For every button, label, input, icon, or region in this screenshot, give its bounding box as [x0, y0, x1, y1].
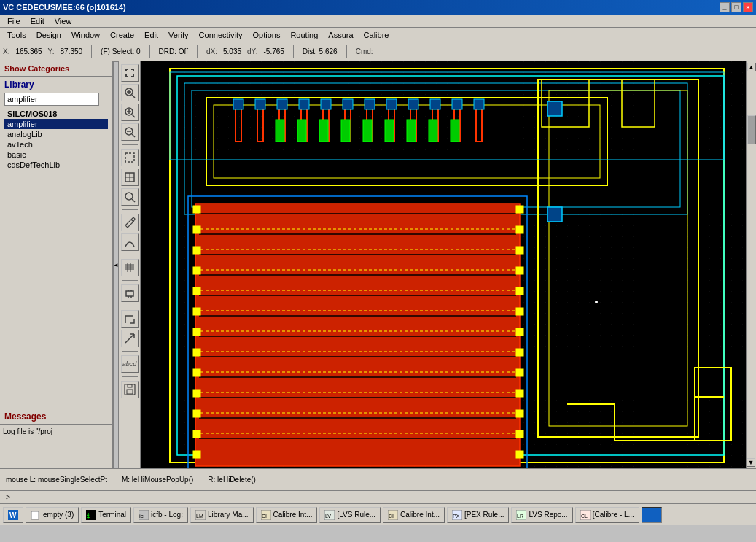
tool-pan-button[interactable] [121, 169, 139, 186]
taskbar-pex-rule[interactable]: PX [PEX Rule... [447, 507, 509, 523]
svg-rect-101 [193, 287, 200, 295]
menu-options[interactable]: Options [249, 29, 285, 41]
menu-routing[interactable]: Routing [286, 29, 322, 41]
menu-edit2[interactable]: Edit [140, 29, 163, 41]
taskbar-calibre-int2[interactable]: CI Calibre Int... [383, 507, 445, 523]
svg-rect-28 [127, 390, 133, 394]
tool-zoom-out-button[interactable] [121, 123, 139, 141]
tool-save-button[interactable] [121, 381, 139, 398]
svg-rect-68 [408, 99, 418, 109]
menu-calibre[interactable]: Calibre [359, 29, 394, 41]
svg-rect-57 [407, 120, 416, 142]
menu-create[interactable]: Create [106, 29, 139, 41]
svg-rect-117 [516, 349, 523, 356]
taskbar-active[interactable] [642, 507, 662, 523]
tool-zoom-fit-button[interactable] [121, 84, 139, 101]
side-tool-sep-2 [122, 209, 138, 210]
pcb-canvas [141, 61, 756, 468]
tool-pencil-button[interactable] [121, 214, 139, 231]
taskbar-icfb[interactable]: ic icfb - Log: [133, 507, 188, 523]
tool-corner-button[interactable] [121, 310, 139, 328]
side-tool-sep-6 [122, 351, 138, 352]
svg-rect-65 [343, 99, 353, 109]
svg-rect-106 [193, 390, 200, 397]
svg-rect-98 [193, 226, 200, 233]
svg-line-5 [132, 115, 135, 117]
menu-edit[interactable]: Edit [26, 15, 49, 27]
svg-line-9 [132, 134, 135, 137]
menu-file[interactable]: File [3, 15, 25, 27]
svg-text:LV: LV [325, 514, 331, 519]
panel-collapse-handle[interactable]: ◄ [113, 61, 119, 468]
taskbar-start[interactable]: W [3, 507, 23, 523]
svg-rect-64 [321, 99, 331, 109]
tool-arc-button[interactable] [121, 233, 139, 251]
menu-design[interactable]: Design [32, 29, 66, 41]
menu-bar: File Edit View [0, 15, 756, 28]
menu-view[interactable]: View [50, 15, 77, 27]
lib-item-basic[interactable]: basic [4, 150, 108, 160]
tool-text-button[interactable]: abcd [121, 355, 139, 373]
dx-label: dX: [206, 47, 217, 55]
cmd-label: Cmd: [356, 47, 373, 55]
svg-text:LM: LM [196, 514, 203, 519]
menu-bar-2: Tools Design Window Create Edit Verify C… [0, 28, 756, 42]
taskbar-calibre-int[interactable]: CI Calibre Int... [256, 507, 318, 523]
tool-fit-button[interactable] [121, 64, 139, 82]
tool-zoom-rect-button[interactable] [121, 188, 139, 206]
title-text: VC CEDECUSMEE:66 (o|101614) [3, 3, 126, 12]
minimize-button[interactable]: _ [720, 2, 730, 12]
lib-item-cdsdef[interactable]: cdsDefTechLib [4, 160, 108, 170]
top-toolbar: X: 165.365 Y: 87.350 (F) Select: 0 DRD: … [0, 42, 756, 61]
tool-select-button[interactable] [121, 149, 139, 166]
svg-rect-52 [297, 120, 306, 142]
svg-rect-51 [276, 120, 284, 142]
lib-item-avtech[interactable]: avTech [4, 139, 108, 150]
taskbar-libman[interactable]: LM Library Ma... [190, 507, 254, 523]
menu-window[interactable]: Window [67, 29, 104, 41]
show-categories-button[interactable]: Show Categories [0, 61, 112, 77]
side-tool-sep-5 [122, 306, 138, 306]
menu-tools[interactable]: Tools [3, 29, 31, 41]
close-button[interactable]: × [743, 2, 753, 12]
svg-rect-100 [193, 267, 200, 274]
taskbar-lvs-repo[interactable]: LR LVS Repo... [511, 507, 572, 523]
taskbar-calibre-l[interactable]: CL [Calibre - L... [575, 507, 639, 523]
svg-rect-134 [31, 511, 39, 519]
menu-verify[interactable]: Verify [164, 29, 193, 41]
svg-rect-109 [193, 451, 200, 458]
lib-item-silcmos[interactable]: SILCMOS018 [4, 109, 108, 119]
library-title: Library [4, 80, 108, 90]
lib-item-amplifier-sel[interactable]: amplifier [4, 119, 108, 129]
svg-text:W: W [9, 511, 17, 519]
svg-rect-153 [647, 510, 657, 520]
library-section: Library SILCMOS018 amplifier analogLib a… [0, 77, 112, 173]
dy-value: -5.765 [263, 47, 284, 55]
menu-connectivity[interactable]: Connectivity [195, 29, 247, 41]
tool-zoom-in-button[interactable] [121, 104, 139, 121]
canvas-area[interactable]: ▲ ▼ [141, 61, 756, 468]
taskbar: W empty (3) $_ Terminal ic icfb - Log: L… [0, 503, 756, 525]
svg-rect-70 [452, 99, 462, 109]
tool-arrow-button[interactable] [121, 330, 139, 347]
y-value: 87.350 [61, 47, 83, 55]
svg-rect-54 [341, 120, 350, 142]
taskbar-lvs-rule[interactable]: LV [LVS Rule... [319, 507, 381, 523]
taskbar-empty[interactable]: empty (3) [26, 507, 79, 523]
title-bar: VC CEDECUSMEE:66 (o|101614) _ □ × [0, 0, 756, 15]
tool-layers-button[interactable] [121, 259, 139, 276]
svg-text:CI: CI [389, 514, 394, 519]
tool-component-button[interactable] [121, 284, 139, 302]
svg-rect-62 [277, 99, 287, 109]
maximize-button[interactable]: □ [731, 2, 741, 12]
svg-rect-114 [516, 287, 523, 295]
side-toolbar: abcd [119, 61, 141, 468]
svg-text:CI: CI [262, 514, 267, 519]
taskbar-terminal[interactable]: $_ Terminal [81, 507, 131, 523]
vertical-scrollbar[interactable]: ▲ ▼ [746, 61, 756, 468]
lib-item-analoglib[interactable]: analogLib [4, 129, 108, 139]
svg-rect-113 [516, 267, 523, 274]
library-search-input[interactable] [4, 93, 99, 106]
menu-assura[interactable]: Assura [324, 29, 357, 41]
y-label: Y: [48, 47, 55, 55]
